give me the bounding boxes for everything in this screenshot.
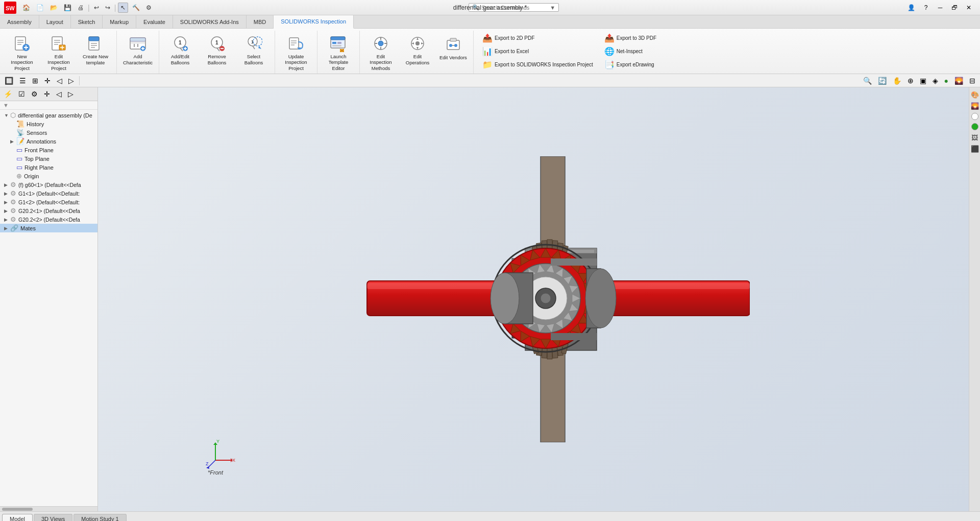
redo-btn[interactable]: ↪	[103, 3, 112, 12]
view-tool-1[interactable]: 🔲	[2, 75, 16, 86]
tree-item-right-plane[interactable]: ▭ Right Plane	[0, 163, 97, 172]
tab-sketch[interactable]: Sketch	[71, 15, 103, 28]
new-btn[interactable]: 📄	[34, 3, 46, 12]
color-indicator-white[interactable]	[971, 113, 978, 120]
tree-item-history[interactable]: 📜 History	[0, 120, 97, 128]
scrollbar-thumb[interactable]	[2, 508, 33, 511]
save-btn[interactable]: 💾	[62, 3, 74, 12]
restore-btn[interactable]: 🗗	[947, 2, 962, 13]
create-new-template-button[interactable]: Create New template	[78, 33, 113, 67]
minimize-btn[interactable]: ─	[933, 2, 947, 13]
tree-item-g20-1[interactable]: ▶ ⚙ G20.2<1> (Default<<Defa	[0, 206, 97, 215]
feature-tree-tool-2[interactable]: ☑	[16, 88, 28, 100]
tree-item-front-plane[interactable]: ▭ Front Plane	[0, 146, 97, 154]
edit-vendors-button[interactable]: Edit Vendors	[436, 33, 470, 67]
net-inspect-button[interactable]: 🌐 Net-Inspect	[601, 45, 660, 58]
view-tool-2[interactable]: ☰	[17, 75, 29, 86]
feature-tree-tool-6[interactable]: ▷	[65, 88, 76, 100]
tab-addins[interactable]: SOLIDWORKS Add-Ins	[173, 15, 247, 28]
help-btn[interactable]: ?	[919, 2, 933, 13]
view-tool-3[interactable]: ⊞	[30, 75, 41, 86]
view-tool-5[interactable]: ◁	[54, 75, 65, 86]
export-2d-pdf-button[interactable]: 📤 Export to 2D PDF	[479, 32, 597, 44]
update-inspection-project-button[interactable]: Update Inspection Project	[278, 33, 314, 67]
top-plane-icon: ▭	[16, 155, 22, 162]
svg-rect-21	[130, 38, 145, 41]
edit-inspection-methods-button[interactable]: Edit Inspection Methods	[363, 33, 399, 67]
feature-tree-tool-1[interactable]: ⚡	[1, 88, 15, 100]
view-display[interactable]: ◈	[930, 75, 941, 86]
export-3d-pdf-button[interactable]: 📤 Export to 3D PDF	[601, 32, 660, 44]
view-section[interactable]: ▣	[917, 75, 929, 86]
right-panel-btn-4[interactable]: ⬛	[970, 144, 980, 154]
feature-tree-tool-4[interactable]: ✛	[41, 88, 53, 100]
view-tool-6[interactable]: ▷	[66, 75, 77, 86]
export-solidworks-button[interactable]: 📁 Export to SOLIDWORKS Inspection Projec…	[479, 58, 597, 71]
tree-item-g1-1[interactable]: ▶ ⚙ G1<1> (Default<<Default:	[0, 189, 97, 198]
tab-markup[interactable]: Markup	[103, 15, 136, 28]
tree-item-g1-2[interactable]: ▶ ⚙ G1<2> (Default<<Default:	[0, 198, 97, 206]
new-inspection-icon	[13, 35, 31, 52]
view-color[interactable]: ●	[942, 75, 951, 86]
tab-3d-views[interactable]: 3D Views	[34, 514, 72, 521]
tree-item-origin[interactable]: ⊕ Origin	[0, 172, 97, 180]
rebuild-btn[interactable]: 🔨	[130, 3, 142, 12]
create-template-icon	[86, 35, 105, 52]
view-more[interactable]: ⊟	[967, 75, 978, 86]
search-dropdown-icon[interactable]: ▼	[550, 5, 555, 11]
tab-motion-study[interactable]: Motion Study 1	[74, 514, 126, 521]
edit-operations-button[interactable]: Edit Operations	[400, 33, 435, 67]
launch-template-editor-button[interactable]: Launch Template Editor	[321, 33, 356, 67]
view-magnify[interactable]: 🔍	[861, 75, 874, 86]
color-indicator-green[interactable]	[971, 123, 978, 130]
print-btn[interactable]: 🖨	[76, 3, 86, 12]
tree-item-top-plane[interactable]: ▭ Top Plane	[0, 154, 97, 163]
new-inspection-button[interactable]: New Inspection Project	[4, 33, 40, 67]
ribbon-tabs: Assembly Layout Sketch Markup Evaluate S…	[0, 15, 980, 29]
tab-mbd[interactable]: MBD	[247, 15, 274, 28]
view-scene[interactable]: 🌄	[952, 75, 966, 86]
tree-item-mates[interactable]: ▶ 🔗 Mates	[0, 224, 97, 232]
close-btn[interactable]: ✕	[962, 2, 976, 13]
tab-evaluate[interactable]: Evaluate	[136, 15, 173, 28]
export-edrawing-button[interactable]: 📑 Export eDrawing	[601, 58, 660, 71]
tree-item-annotations[interactable]: ▶ 📝 Annotations	[0, 137, 97, 146]
view-rotate[interactable]: 🔄	[875, 75, 889, 86]
ribbon-group-inspection-project: New Inspection Project	[2, 31, 117, 74]
add-characteristic-button[interactable]: Add Characteristic	[120, 33, 156, 67]
right-panel: 🎨 🌄 🖼 ⬛	[969, 87, 980, 511]
feature-tree-tool-3[interactable]: ⚙	[29, 88, 40, 100]
undo-btn[interactable]: ↩	[92, 3, 101, 12]
right-panel-btn-1[interactable]: 🎨	[970, 89, 980, 100]
add-edit-balloons-icon: 1	[171, 35, 189, 52]
options-btn[interactable]: ⚙	[144, 3, 154, 12]
pointer-btn[interactable]: ↖	[118, 3, 128, 13]
open-btn[interactable]: 📂	[48, 3, 60, 12]
tree-item-g20-2[interactable]: ▶ ⚙ G20.2<2> (Default<<Defa	[0, 215, 97, 224]
edit-methods-icon	[372, 35, 390, 52]
view-pan[interactable]: ✋	[890, 75, 904, 86]
add-edit-balloons-button[interactable]: 1 Add/Edit Balloons	[162, 33, 198, 67]
feature-tree-tool-5[interactable]: ◁	[54, 88, 64, 100]
tab-inspection[interactable]: SOLIDWORKS Inspection	[274, 15, 354, 29]
tab-layout[interactable]: Layout	[39, 15, 71, 28]
tree-root[interactable]: ▼ ⬡ differential gear assembly (De	[0, 111, 97, 120]
right-plane-icon: ▭	[16, 163, 22, 171]
user-icon[interactable]: 👤	[904, 2, 919, 13]
view-zoom[interactable]: ⊕	[905, 75, 916, 86]
tree-item-g60[interactable]: ▶ ⚙ (f) g60<1> (Default<<Defa	[0, 180, 97, 189]
feature-tree[interactable]: ▼ ⬡ differential gear assembly (De 📜 His…	[0, 110, 97, 506]
tab-assembly[interactable]: Assembly	[0, 15, 39, 28]
tree-item-sensors[interactable]: 📡 Sensors	[0, 128, 97, 137]
home-btn[interactable]: 🏠	[20, 3, 32, 12]
edit-inspection-button[interactable]: Edit Inspection Project	[41, 33, 77, 67]
tab-model[interactable]: Model	[2, 514, 33, 521]
viewport[interactable]: X Y Z *Front	[98, 87, 969, 511]
right-panel-btn-3[interactable]: 🖼	[970, 132, 980, 143]
view-tool-4[interactable]: ✛	[42, 75, 53, 86]
select-balloons-button[interactable]: 1 Select Balloons	[236, 33, 272, 67]
right-panel-btn-2[interactable]: 🌄	[970, 101, 980, 111]
remove-balloons-button[interactable]: 1 Remove Balloons	[199, 33, 235, 67]
export-excel-button[interactable]: 📊 Export to Excel	[479, 45, 597, 58]
sidebar-scrollbar[interactable]	[0, 506, 97, 511]
